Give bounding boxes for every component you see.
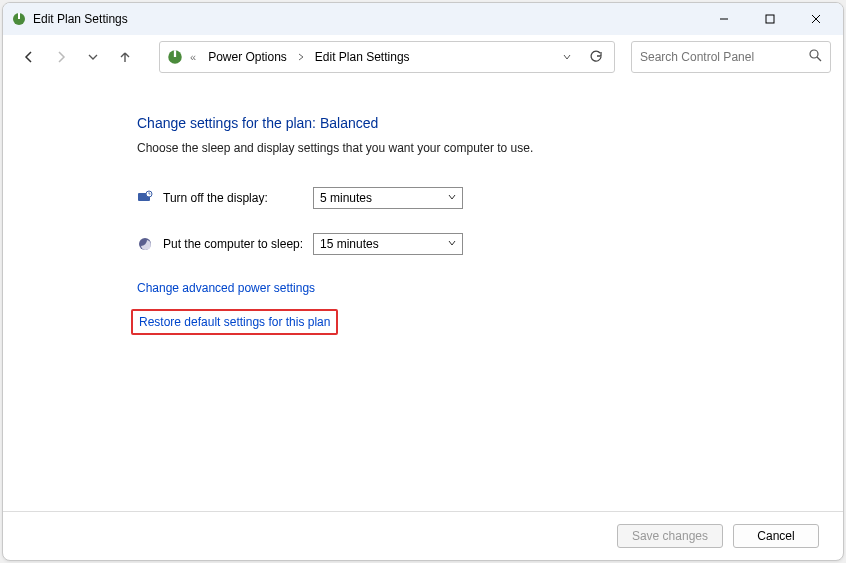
chevron-down-icon — [446, 191, 458, 206]
back-button[interactable] — [15, 43, 43, 71]
sleep-value: 15 minutes — [320, 237, 379, 251]
search-box[interactable] — [631, 41, 831, 73]
svg-point-8 — [810, 50, 818, 58]
refresh-button[interactable] — [584, 45, 608, 69]
page-heading: Change settings for the plan: Balanced — [137, 115, 843, 131]
chevron-down-icon — [446, 237, 458, 252]
svg-rect-3 — [766, 15, 774, 23]
footer: Save changes Cancel — [3, 511, 843, 560]
page-subtext: Choose the sleep and display settings th… — [137, 141, 843, 155]
chevrons-icon: « — [190, 51, 196, 63]
chevron-right-icon — [297, 52, 305, 63]
recent-locations-button[interactable] — [79, 43, 107, 71]
breadcrumb-power-options[interactable]: Power Options — [204, 48, 291, 66]
svg-rect-7 — [174, 50, 176, 57]
search-icon[interactable] — [809, 48, 822, 66]
address-bar[interactable]: « Power Options Edit Plan Settings — [159, 41, 615, 73]
display-select[interactable]: 5 minutes — [313, 187, 463, 209]
svg-line-9 — [817, 57, 821, 61]
cancel-button[interactable]: Cancel — [733, 524, 819, 548]
app-icon — [11, 11, 27, 27]
sleep-setting-row: Put the computer to sleep: 15 minutes — [137, 233, 843, 255]
nav-row: « Power Options Edit Plan Settings — [3, 35, 843, 79]
sleep-icon — [137, 236, 153, 252]
address-icon — [166, 48, 184, 66]
save-button[interactable]: Save changes — [617, 524, 723, 548]
titlebar: Edit Plan Settings — [3, 3, 843, 35]
address-dropdown-icon[interactable] — [562, 48, 572, 66]
window: Edit Plan Settings « Powe — [2, 2, 844, 561]
minimize-button[interactable] — [701, 3, 747, 35]
close-button[interactable] — [793, 3, 839, 35]
svg-rect-1 — [18, 13, 20, 19]
breadcrumb-edit-plan[interactable]: Edit Plan Settings — [311, 48, 414, 66]
maximize-button[interactable] — [747, 3, 793, 35]
display-value: 5 minutes — [320, 191, 372, 205]
up-button[interactable] — [111, 43, 139, 71]
forward-button[interactable] — [47, 43, 75, 71]
content-area: Change settings for the plan: Balanced C… — [3, 79, 843, 511]
sleep-label: Put the computer to sleep: — [163, 237, 313, 251]
restore-defaults-link[interactable]: Restore default settings for this plan — [131, 309, 338, 335]
links-area: Change advanced power settings Restore d… — [137, 281, 843, 349]
display-icon — [137, 190, 153, 206]
sleep-select[interactable]: 15 minutes — [313, 233, 463, 255]
display-label: Turn off the display: — [163, 191, 313, 205]
search-input[interactable] — [640, 50, 809, 64]
window-title: Edit Plan Settings — [33, 12, 128, 26]
advanced-settings-link[interactable]: Change advanced power settings — [137, 281, 315, 295]
display-setting-row: Turn off the display: 5 minutes — [137, 187, 843, 209]
